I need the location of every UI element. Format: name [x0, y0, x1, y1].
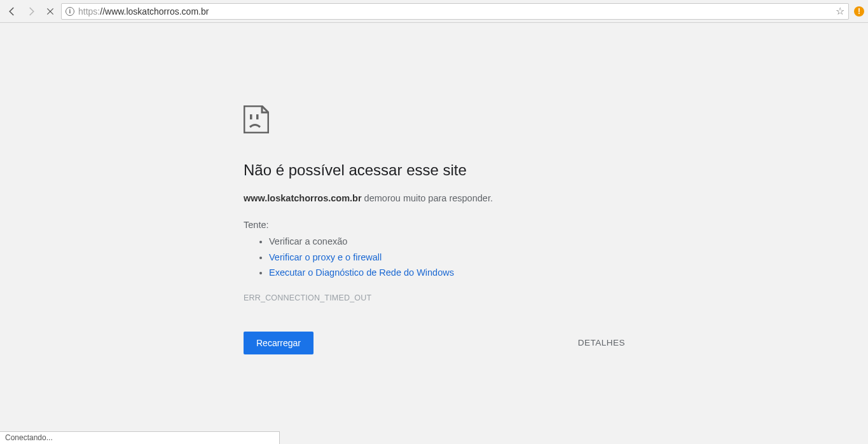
browser-toolbar: i https://www.loskatchorros.com.br ☆ ! — [0, 0, 868, 23]
network-diagnostics-link[interactable]: Executar o Diagnóstico de Rede do Window… — [269, 267, 454, 278]
status-bar: Conectando... — [0, 431, 280, 444]
proxy-firewall-link[interactable]: Verificar o proxy e o firewall — [269, 252, 382, 262]
reload-button[interactable]: Recarregar — [244, 332, 313, 354]
sad-page-icon — [244, 105, 625, 136]
error-container: Não é possível acessar esse site www.los… — [244, 105, 625, 354]
list-item: Verificar a conexão — [269, 234, 625, 250]
browser-alert-icon[interactable]: ! — [854, 6, 864, 17]
list-item: Executar o Diagnóstico de Rede do Window… — [269, 265, 625, 281]
svg-rect-1 — [256, 114, 259, 119]
svg-rect-0 — [250, 114, 252, 119]
address-bar[interactable]: i https://www.loskatchorros.com.br ☆ — [61, 3, 849, 20]
back-button[interactable] — [4, 3, 20, 20]
try-label: Tente: — [244, 220, 625, 230]
details-button[interactable]: DETALHES — [578, 338, 625, 347]
button-row: Recarregar DETALHES — [244, 332, 625, 354]
error-headline: Não é possível acessar esse site — [244, 161, 625, 179]
page-content: Não é possível acessar esse site www.los… — [0, 23, 868, 444]
suggestion-list: Verificar a conexão Verificar o proxy e … — [269, 234, 625, 281]
forward-button — [23, 3, 39, 20]
stop-reload-button[interactable] — [42, 3, 59, 20]
url-text: https://www.loskatchorros.com.br — [78, 6, 832, 17]
site-info-icon[interactable]: i — [65, 7, 74, 16]
error-code: ERR_CONNECTION_TIMED_OUT — [244, 293, 625, 302]
bookmark-star-icon[interactable]: ☆ — [836, 5, 844, 17]
error-message: www.loskatchorros.com.br demorou muito p… — [244, 193, 625, 203]
list-item: Verificar o proxy e o firewall — [269, 250, 625, 266]
